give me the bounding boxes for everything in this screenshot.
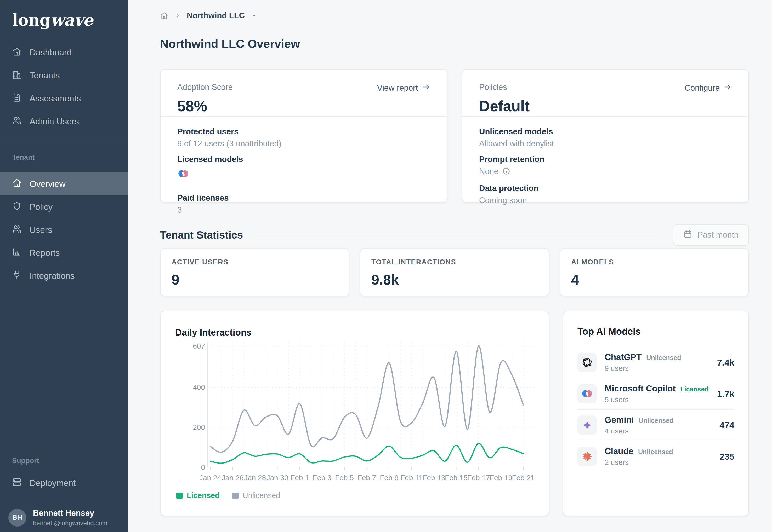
sidebar-item-dashboard[interactable]: Dashboard [0,41,128,64]
sidebar-section-support: Support [0,457,128,465]
link-label: View report [377,83,418,93]
server-icon [12,477,22,489]
data-protection-value: Coming soon [479,196,732,205]
breadcrumb: Northwind LLC [160,11,258,20]
sidebar-tenant-nav: Overview Policy Users Reports Integratio… [0,172,128,287]
model-users: 2 users [605,458,673,467]
stat-label: TOTAL INTERACTIONS [371,258,538,266]
sidebar-item-integrations[interactable]: Integrations [0,264,128,287]
summary-cards: Adoption Score 58% View report Protected… [160,69,749,203]
legend-unlicensed: Unlicensed [232,491,280,500]
sidebar-item-assessments[interactable]: Assessments [0,87,128,110]
protected-users-label: Protected users [177,127,430,136]
model-row-gemini[interactable]: GeminiUnlicensed 4 users 474 [577,409,734,441]
claude-logo-icon [577,447,597,466]
users-icon [12,224,22,236]
stat-card-active-users: ACTIVE USERS 9 [160,248,349,296]
top-ai-models-title: Top AI Models [577,326,734,337]
model-name: ChatGPT [605,352,642,362]
sidebar-item-label: Overview [30,179,66,189]
stat-label: AI MODELS [571,258,738,266]
sidebar-item-label: Dashboard [30,48,72,57]
svg-text:Jan 26: Jan 26 [222,474,244,482]
view-report-link[interactable]: View report [377,83,430,93]
sidebar-item-overview[interactable]: Overview [0,172,128,195]
sidebar-item-label: Deployment [30,478,76,488]
stat-card-total-interactions: TOTAL INTERACTIONS 9.8k [360,248,549,296]
adoption-score-value: 58% [177,99,430,114]
svg-text:Jan 30: Jan 30 [266,474,288,482]
svg-text:Feb 19: Feb 19 [489,474,512,482]
model-name: Gemini [605,415,634,425]
sidebar-item-deployment[interactable]: Deployment [0,472,128,495]
sidebar-item-tenants[interactable]: Tenants [0,64,128,87]
info-icon[interactable] [502,167,510,177]
svg-text:607: 607 [193,342,205,350]
breadcrumb-tenant[interactable]: Northwind LLC [187,11,245,20]
sidebar-bottom: Support Deployment BH Bennett Hensey ben… [0,457,128,532]
svg-text:Feb 13: Feb 13 [422,474,445,482]
openai-logo-icon [577,353,597,372]
building-icon [12,70,22,82]
model-badge: Licensed [680,385,709,393]
model-value: 7.4k [717,357,734,368]
chevron-right-icon [174,12,181,19]
paid-licenses-value: 3 [177,205,430,215]
copilot-logo-icon [577,384,597,403]
sidebar-item-label: Assessments [30,94,81,103]
model-value: 474 [719,420,734,430]
svg-text:Jan 28: Jan 28 [244,474,266,482]
unlicensed-models-value: Allowed with denylist [479,139,732,148]
model-value: 235 [719,452,734,462]
model-row-copilot[interactable]: Microsoft CopilotLicensed 5 users 1.7k [577,378,734,409]
model-row-chatgpt[interactable]: ChatGPTUnlicensed 9 users 7.4k [577,347,734,378]
sidebar-item-users[interactable]: Users [0,218,128,241]
home-icon [12,178,22,190]
logo-text-italic: wave [50,11,93,29]
model-name: Claude [605,446,634,456]
sidebar-item-label: Tenants [30,71,60,80]
users-icon [12,116,22,128]
model-badge: Unlicensed [639,417,673,424]
stat-value: 9 [171,273,338,287]
date-range-button[interactable]: Past month [673,224,749,246]
licensed-models-value [177,167,430,187]
policies-card: Policies Default Configure Unlicensed mo… [462,69,749,203]
legend-licensed: Licensed [176,491,220,500]
main-content: Northwind LLC Northwind LLC Overview Ado… [128,0,772,532]
model-users: 4 users [605,427,673,435]
file-text-icon [12,93,22,105]
page-title: Northwind LLC Overview [160,37,300,51]
licensed-models-label: Licensed models [177,155,430,164]
arrow-right-icon [724,83,732,93]
sidebar-item-policy[interactable]: Policy [0,195,128,218]
model-row-claude[interactable]: ClaudeUnlicensed 2 users 235 [577,441,734,472]
daily-interactions-chart: 0200400607Jan 24Jan 26Jan 28Jan 30Feb 1F… [167,337,539,485]
protected-users-value: 9 of 12 users (3 unattributed) [177,139,430,148]
svg-text:Feb 1: Feb 1 [290,474,309,482]
svg-text:0: 0 [201,463,205,471]
caret-down-icon[interactable] [251,12,258,19]
configure-link[interactable]: Configure [685,83,732,93]
model-users: 5 users [605,396,709,404]
stat-card-ai-models: AI MODELS 4 [559,248,749,296]
sidebar-item-label: Users [30,225,52,235]
stat-label: ACTIVE USERS [171,258,338,266]
user-name: Bennett Hensey [33,508,107,518]
user-menu[interactable]: BH Bennett Hensey bennett@longwavehq.com [0,508,128,532]
bar-chart-icon [12,247,22,259]
sidebar-item-label: Reports [30,248,60,258]
sidebar-item-label: Integrations [30,271,74,281]
sidebar-main-nav: Dashboard Tenants Assessments Admin User… [0,41,128,133]
sidebar-item-reports[interactable]: Reports [0,241,128,264]
section-title: Tenant Statistics [160,229,243,241]
gemini-logo-icon [577,415,597,435]
sidebar-item-admin-users[interactable]: Admin Users [0,110,128,133]
user-email: bennett@longwavehq.com [33,519,107,527]
shield-icon [12,201,22,213]
calendar-icon [683,229,692,240]
home-icon[interactable] [160,11,168,20]
sidebar: longwave Dashboard Tenants Assessments A… [0,0,128,532]
stat-value: 9.8k [371,273,538,287]
stat-value: 4 [571,273,738,287]
